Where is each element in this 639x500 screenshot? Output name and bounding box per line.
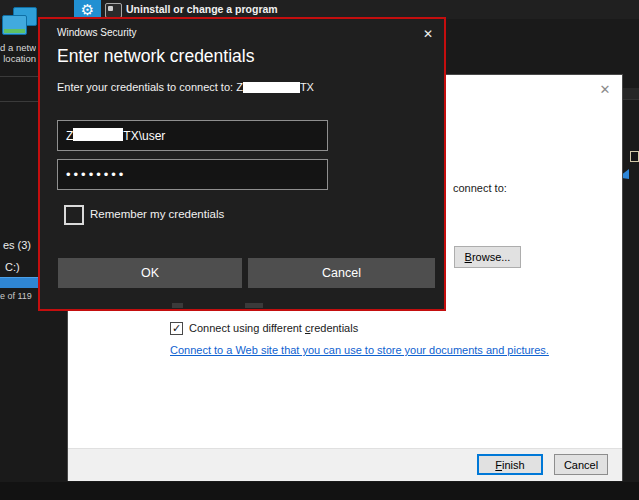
free-space-label-fragment: e of 119	[0, 291, 38, 301]
windows-security-dialog: Windows Security ✕ Enter network credent…	[38, 17, 446, 311]
monitor-front-shape	[2, 15, 27, 35]
occluded-checkbox-fragment	[172, 303, 183, 308]
password-field[interactable]: ••••••••	[57, 159, 328, 190]
remember-credentials-checkbox[interactable]	[64, 205, 84, 225]
caption-line-1: d a netw	[0, 43, 36, 54]
credentials-prompt: Enter your credentials to connect to: ZT…	[57, 81, 314, 95]
connect-website-link[interactable]: Connect to a Web site that you can use t…	[170, 344, 549, 356]
devices-group-label-fragment: es (3)	[0, 239, 31, 251]
caption-line-2: location	[0, 54, 36, 65]
dialog-heading: Enter network credentials	[57, 46, 254, 67]
ok-button[interactable]: OK	[58, 258, 242, 288]
background-icon-fragment	[630, 151, 639, 162]
background-bottom	[0, 482, 639, 500]
uninstall-toolbar-button[interactable]: Uninstall or change a program	[126, 3, 278, 15]
prompt-suffix: TX	[300, 81, 314, 93]
add-network-location-icon[interactable]	[2, 7, 36, 39]
background-panel-edge	[623, 88, 639, 100]
username-suffix: TX\user	[123, 129, 165, 143]
add-network-location-label: d a netw location	[0, 43, 36, 64]
dialog-title: Windows Security	[57, 27, 136, 38]
drive-label-fragment: C:)	[5, 261, 20, 273]
different-credentials-label[interactable]: Connect using different credentials	[189, 322, 358, 334]
connect-to-text-fragment: connect to:	[453, 182, 507, 194]
close-icon[interactable]: ✕	[593, 79, 617, 99]
remember-credentials-label[interactable]: Remember my credentials	[90, 208, 224, 220]
username-field[interactable]: ZTX\user	[57, 120, 328, 151]
map-cancel-button[interactable]: Cancel	[554, 454, 608, 475]
redaction-block	[243, 82, 300, 93]
close-icon[interactable]: ✕	[416, 23, 440, 45]
cred-label-rest: redentials	[310, 322, 358, 334]
browse-rest: rowse...	[472, 251, 511, 263]
finish-rest: inish	[502, 459, 525, 471]
cred-label-pre: Connect using different	[189, 322, 305, 334]
cancel-button[interactable]: Cancel	[248, 258, 435, 288]
ribbon-divider-2	[0, 101, 39, 102]
prompt-prefix: Enter your credentials to connect to: Z	[57, 81, 243, 93]
redaction-block	[73, 128, 123, 141]
browse-button[interactable]: Browse...	[454, 246, 521, 268]
screen: ⚙ Uninstall or change a program d a netw…	[0, 0, 639, 500]
disk-usage-bar	[0, 277, 39, 288]
username-prefix: Z	[66, 129, 73, 143]
finish-button[interactable]: Finish	[477, 454, 543, 475]
monitor-green-strip	[4, 29, 25, 33]
occluded-text-fragment	[245, 303, 263, 308]
browse-accel: B	[465, 251, 472, 263]
uninstall-program-icon	[105, 3, 122, 18]
ribbon-divider	[0, 76, 39, 77]
different-credentials-checkbox[interactable]: ✓	[170, 322, 183, 335]
